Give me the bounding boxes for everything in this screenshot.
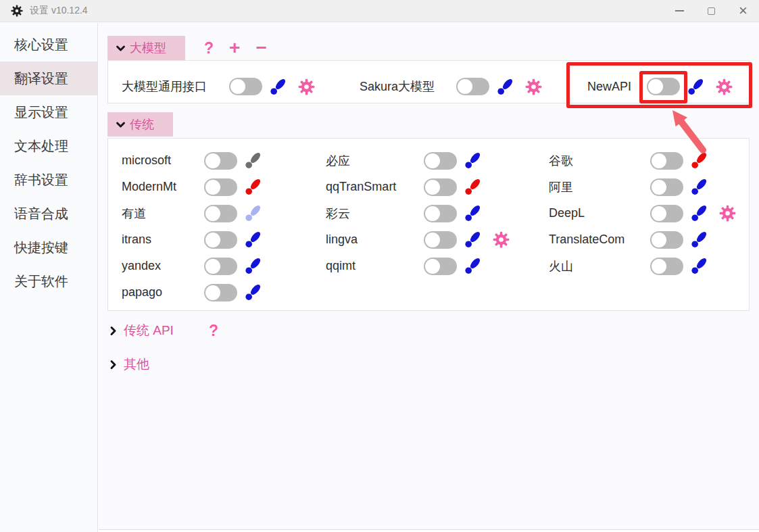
toggle-knob bbox=[205, 153, 220, 168]
brush-icon-Sakura大模型[interactable] bbox=[496, 78, 514, 96]
toggle-knob bbox=[648, 79, 663, 94]
service-label: 火山 bbox=[549, 258, 645, 274]
sidebar-item-4[interactable]: 文本处理 bbox=[0, 129, 97, 163]
service-label: 阿里 bbox=[549, 179, 645, 195]
section-label: 大模型 bbox=[130, 40, 166, 56]
toggle-大模型通用接口[interactable] bbox=[229, 78, 262, 95]
brush-icon-itrans[interactable] bbox=[244, 231, 262, 249]
section-label: 传统 bbox=[130, 116, 154, 132]
toggle-ModernMt[interactable] bbox=[204, 178, 237, 196]
section-header-traditional-api[interactable]: 传统 API? bbox=[107, 320, 218, 341]
toggle-microsoft[interactable] bbox=[204, 152, 237, 170]
section-tab-traditional[interactable]: 传统 bbox=[107, 112, 173, 137]
service-label: lingva bbox=[326, 233, 418, 247]
service-lingva: lingva bbox=[326, 226, 510, 253]
toggle-TranslateCom[interactable] bbox=[650, 231, 683, 249]
brush-icon-TranslateCom[interactable] bbox=[690, 231, 708, 249]
section-box-llm: 大模型通用接口 Sakura大模型 NewAPI bbox=[107, 60, 750, 103]
sidebar-item-3[interactable]: 显示设置 bbox=[0, 95, 97, 129]
add-button[interactable]: + bbox=[229, 39, 240, 57]
gear-icon bbox=[11, 5, 23, 17]
toggle-火山[interactable] bbox=[650, 258, 683, 275]
service-microsoft: microsoft bbox=[122, 147, 262, 174]
toggle-itrans[interactable] bbox=[204, 231, 237, 249]
toggle-Sakura大模型[interactable] bbox=[456, 78, 489, 95]
close-button[interactable]: × bbox=[727, 0, 759, 22]
section-tools-traditional-api: ? bbox=[209, 323, 218, 339]
service-label: papago bbox=[122, 285, 199, 299]
service-papago: papago bbox=[122, 279, 262, 306]
sidebar-item-1[interactable]: 核心设置 bbox=[0, 28, 97, 62]
service-qqimt: qqimt bbox=[326, 253, 482, 279]
brush-icon-火山[interactable] bbox=[690, 257, 708, 275]
brush-icon-阿里[interactable] bbox=[690, 178, 708, 196]
toggle-knob bbox=[425, 180, 440, 195]
remove-button[interactable]: − bbox=[255, 39, 266, 57]
toggle-DeepL[interactable] bbox=[650, 205, 683, 222]
gear-icon-Sakura大模型[interactable] bbox=[525, 78, 542, 95]
toggle-qqimt[interactable] bbox=[424, 258, 457, 275]
brush-icon-DeepL[interactable] bbox=[690, 204, 708, 222]
gear-icon-lingva[interactable] bbox=[493, 231, 510, 248]
brush-icon-ModernMt[interactable] bbox=[244, 178, 262, 196]
service-label: Sakura大模型 bbox=[360, 78, 451, 95]
toggle-阿里[interactable] bbox=[650, 178, 683, 196]
service-label: yandex bbox=[122, 259, 199, 273]
brush-icon-大模型通用接口[interactable] bbox=[269, 78, 287, 96]
brush-icon-彩云[interactable] bbox=[464, 204, 482, 222]
brush-icon-papago[interactable] bbox=[244, 283, 262, 301]
section-header-other[interactable]: 其他 bbox=[107, 354, 149, 375]
toggle-papago[interactable] bbox=[204, 284, 237, 301]
gear-icon-DeepL[interactable] bbox=[719, 205, 736, 222]
toggle-knob bbox=[458, 79, 472, 94]
toggle-lingva[interactable] bbox=[424, 231, 457, 249]
toggle-谷歌[interactable] bbox=[650, 152, 683, 170]
service-彩云: 彩云 bbox=[326, 200, 482, 226]
toggle-有道[interactable] bbox=[204, 205, 237, 222]
brush-icon-必应[interactable] bbox=[464, 151, 482, 170]
maximize-button[interactable] bbox=[695, 0, 727, 22]
brush-icon-lingva[interactable] bbox=[464, 231, 482, 249]
sidebar-item-6[interactable]: 语音合成 bbox=[0, 197, 97, 231]
window-controls: × bbox=[664, 0, 759, 22]
service-label: 彩云 bbox=[326, 205, 418, 222]
sidebar: 核心设置翻译设置显示设置文本处理辞书设置语音合成快捷按键关于软件 bbox=[0, 23, 98, 532]
section-tab-llm[interactable]: 大模型 bbox=[107, 36, 185, 60]
sidebar-item-2[interactable]: 翻译设置 bbox=[0, 62, 97, 95]
minimize-button[interactable] bbox=[664, 0, 695, 22]
brush-icon-NewAPI[interactable] bbox=[687, 78, 705, 96]
brush-icon-谷歌[interactable] bbox=[690, 151, 708, 170]
toggle-knob bbox=[425, 259, 440, 274]
sidebar-item-8[interactable]: 关于软件 bbox=[0, 264, 97, 298]
brush-icon-qqimt[interactable] bbox=[464, 257, 482, 275]
help-button[interactable]: ? bbox=[209, 323, 218, 339]
brush-icon-qqTranSmart[interactable] bbox=[464, 178, 482, 196]
toggle-qqTranSmart[interactable] bbox=[424, 178, 457, 196]
toggle-yandex[interactable] bbox=[204, 258, 237, 275]
toggle-knob bbox=[652, 259, 666, 274]
service-谷歌: 谷歌 bbox=[549, 147, 708, 174]
toggle-knob bbox=[652, 180, 666, 195]
chevron-down-icon bbox=[115, 119, 126, 130]
section-box-traditional: microsoft 必应 谷歌 ModernMt qqTranSmart 阿里 … bbox=[107, 138, 750, 311]
section-label: 其他 bbox=[124, 356, 149, 373]
sidebar-item-7[interactable]: 快捷按键 bbox=[0, 231, 97, 264]
brush-icon-有道[interactable] bbox=[244, 204, 262, 222]
titlebar: 设置 v10.12.4 × bbox=[0, 0, 759, 22]
brush-icon-yandex[interactable] bbox=[244, 257, 262, 275]
gear-icon-NewAPI[interactable] bbox=[716, 78, 733, 95]
help-button[interactable]: ? bbox=[204, 41, 214, 56]
sidebar-item-5[interactable]: 辞书设置 bbox=[0, 163, 97, 197]
window-title: 设置 v10.12.4 bbox=[30, 5, 88, 17]
settings-panel: 大模型?+−大模型通用接口 Sakura大模型 NewAPI 传统microso… bbox=[99, 23, 759, 530]
brush-icon-microsoft[interactable] bbox=[244, 151, 262, 170]
toggle-必应[interactable] bbox=[424, 152, 457, 170]
toggle-彩云[interactable] bbox=[424, 205, 457, 222]
gear-icon-大模型通用接口[interactable] bbox=[298, 78, 315, 95]
chevron-down-icon bbox=[115, 43, 126, 54]
toggle-NewAPI[interactable] bbox=[647, 78, 680, 95]
service-label: qqimt bbox=[326, 259, 418, 273]
toggle-knob bbox=[652, 233, 666, 247]
toggle-knob bbox=[652, 206, 666, 221]
service-label: 必应 bbox=[326, 153, 418, 169]
